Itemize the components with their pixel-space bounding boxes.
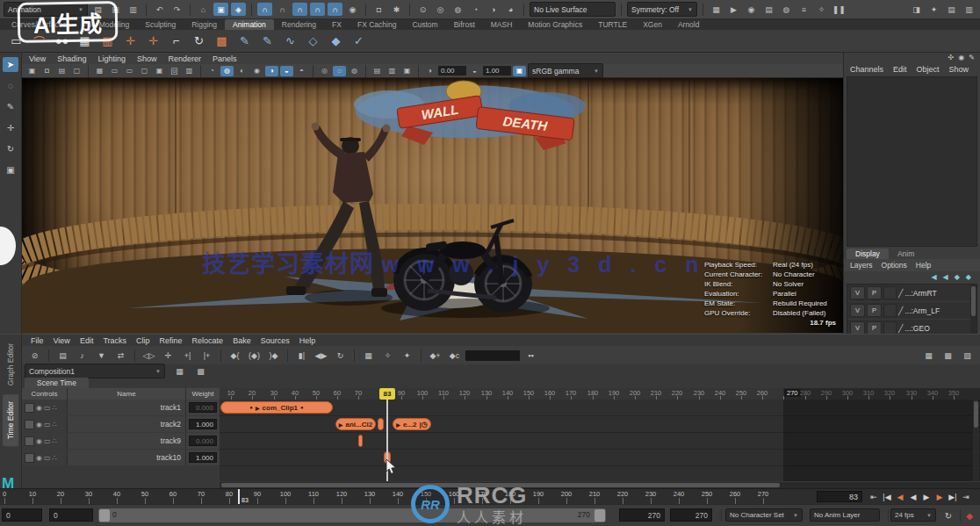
launch-icon[interactable]: ✧ xyxy=(814,3,829,16)
track-enable-checkbox[interactable] xyxy=(25,453,34,463)
bookmark-icon[interactable]: ▤ xyxy=(55,66,68,76)
view-transform-dropdown[interactable]: sRGB gamma▼ xyxy=(528,63,603,78)
ik-handle-icon[interactable]: ⌐ xyxy=(167,32,185,50)
grid-snap-icon[interactable]: ▦ xyxy=(920,349,937,363)
track-ghost-icon[interactable]: ∴ xyxy=(53,404,57,412)
time-editor-ruler[interactable]: 1020304050607090100110120130140150160170… xyxy=(220,388,980,400)
layer-playback-toggle[interactable]: P xyxy=(867,321,882,335)
track-enable-checkbox[interactable] xyxy=(25,420,34,429)
layer-list-vscrollbar[interactable] xyxy=(970,285,976,339)
set-breakdown-icon[interactable]: ✛ xyxy=(144,32,162,50)
layer-color-swatch[interactable] xyxy=(883,321,897,335)
viewport-menu-renderer[interactable]: Renderer xyxy=(168,54,201,63)
loop-playback-icon[interactable]: ↻ xyxy=(941,508,955,522)
shelf-tab-arnold[interactable]: Arnold xyxy=(670,19,708,30)
exposure-field[interactable]: 0.00 xyxy=(438,66,466,76)
layer-menu-options[interactable]: Options xyxy=(882,261,907,270)
track-ghost-icon[interactable]: ∴ xyxy=(53,437,57,445)
isolate-select-icon[interactable]: ◎ xyxy=(318,66,331,76)
ripple-edit-icon[interactable]: ◁▷ xyxy=(141,349,157,363)
shelf-tab-bifrost[interactable]: Bifrost xyxy=(446,19,483,30)
animation-clip[interactable]: ●▶com_Clip1● xyxy=(220,401,333,414)
time-editor-menu-bake[interactable]: Bake xyxy=(233,336,251,345)
camera-select-icon[interactable]: ▣ xyxy=(25,66,39,76)
auto-keyframe-icon[interactable]: ◆ xyxy=(962,508,976,522)
layer-visibility-toggle[interactable]: V xyxy=(850,304,865,317)
track-enable-checkbox[interactable] xyxy=(25,403,34,413)
layer-color-swatch[interactable] xyxy=(883,304,897,317)
channel-box-menu-edit[interactable]: Edit xyxy=(893,65,907,74)
create-clip-icon[interactable]: ▦ xyxy=(360,349,377,363)
undo-icon[interactable]: ↶ xyxy=(152,3,167,16)
channel-box-menu-show[interactable]: Show xyxy=(949,65,969,74)
new-layer-icon[interactable]: ◆ xyxy=(966,273,971,281)
track-weight-field[interactable]: 0.000 xyxy=(189,402,217,413)
shelf-tab-turtle[interactable]: TURTLE xyxy=(590,19,635,30)
empty-layer-icon[interactable]: ◆ xyxy=(955,273,960,281)
play-backwards-button[interactable]: ◀ xyxy=(907,490,919,503)
hypershade-icon[interactable]: ✦ xyxy=(926,3,941,16)
time-editor-menu-refine[interactable]: Refine xyxy=(160,336,183,345)
move-clip-icon[interactable]: ✛ xyxy=(160,349,177,363)
rotate-key-icon[interactable]: ↻ xyxy=(190,32,208,50)
time-editor-menu-tracks[interactable]: Tracks xyxy=(103,336,126,345)
new-composition-icon[interactable]: ▦ xyxy=(171,364,188,378)
wireframe-icon[interactable]: ◔ xyxy=(468,3,483,16)
viewport-menu-shading[interactable]: Shading xyxy=(57,54,86,63)
select-hierarchy-icon[interactable]: ⌂ xyxy=(196,3,211,16)
layer-playback-toggle[interactable]: P xyxy=(867,286,882,299)
move-layer-up-icon[interactable]: ◀ xyxy=(931,273,936,281)
symmetry-dropdown[interactable]: Symmetry: Off▼ xyxy=(627,2,697,17)
time-editor-timeline[interactable]: ●▶com_Clip1●●▶ani...Cl2●▶e...2|◷ xyxy=(220,400,980,481)
current-time-marker[interactable] xyxy=(238,489,240,505)
layer-tab-display[interactable]: Display xyxy=(847,249,889,259)
motion-blur-icon[interactable]: ◓ xyxy=(295,66,308,76)
safe-title-icon[interactable]: ▥ xyxy=(183,66,196,76)
composition-options-icon[interactable]: ▩ xyxy=(192,364,209,378)
track-weight-field[interactable]: 0.000 xyxy=(189,436,217,446)
composition-dropdown[interactable]: Composition1 ▼ xyxy=(25,364,165,378)
anim-snapshot-icon[interactable]: ◆ xyxy=(327,32,345,50)
layer-visibility-toggle[interactable]: V xyxy=(850,286,865,299)
shelf-tab-motion-graphics[interactable]: Motion Graphics xyxy=(520,19,590,30)
use-all-lights-icon[interactable]: ◉ xyxy=(250,66,263,76)
texture-icon[interactable]: ◑ xyxy=(486,3,501,16)
pencil-curve-icon[interactable]: ✎ xyxy=(235,32,254,50)
shaded-mode-icon[interactable]: ◍ xyxy=(220,66,234,76)
exposure-icon[interactable]: ◑ xyxy=(423,66,436,76)
current-frame-field[interactable]: 83 xyxy=(817,491,862,502)
cache-icon[interactable]: ◎ xyxy=(433,3,448,16)
go-to-start-button[interactable]: ⇤ xyxy=(868,490,880,503)
animation-clip[interactable]: ▶e...2|◷ xyxy=(393,418,431,430)
track-mute-icon[interactable]: ◉ xyxy=(36,454,42,462)
ghosting-icon[interactable]: ✓ xyxy=(349,32,368,50)
world-icon[interactable]: ◉ xyxy=(958,54,964,63)
clip-blob[interactable] xyxy=(358,435,363,447)
play-forwards-button[interactable]: ▶ xyxy=(920,490,933,503)
channel-box-menu-object[interactable]: Object xyxy=(917,65,940,74)
arc-tool-icon[interactable]: ∿ xyxy=(281,32,299,50)
evaluation-icon[interactable]: ◍ xyxy=(450,3,465,16)
step-back-frame-button[interactable]: |◀ xyxy=(881,490,893,503)
layer-row[interactable]: VP╱...:Arm_LF xyxy=(847,302,976,320)
textured-mode-icon[interactable]: ◐ xyxy=(235,66,249,76)
snap-point-icon[interactable]: ∩ xyxy=(292,3,307,16)
time-editor-menu-view[interactable]: View xyxy=(54,336,70,345)
xray-icon[interactable]: ◌ xyxy=(333,66,346,76)
lasso-tool-icon[interactable]: ◌ xyxy=(3,78,18,93)
snap-grid-icon[interactable]: ∩ xyxy=(257,3,272,16)
camera-lock-icon[interactable]: ◘ xyxy=(40,66,54,76)
viewport-menu-view[interactable]: View xyxy=(29,54,46,63)
remove-gap-icon[interactable]: |+ xyxy=(198,349,215,363)
pencil-icon[interactable]: ✎ xyxy=(969,54,975,63)
paint-select-tool-icon[interactable]: ✎ xyxy=(3,99,18,114)
viewport-menu-panels[interactable]: Panels xyxy=(213,54,237,63)
snapshot-icon[interactable]: ▤ xyxy=(371,66,384,76)
image-plane-icon[interactable]: ▢ xyxy=(70,66,83,76)
track-mute-icon[interactable]: ◉ xyxy=(36,437,42,445)
layer-menu-layers[interactable]: Layers xyxy=(850,261,873,270)
render-settings-icon[interactable]: ≡ xyxy=(796,3,811,16)
shelf-tab-rigging[interactable]: Rigging xyxy=(184,19,225,30)
move-layer-down-icon[interactable]: ◀ xyxy=(943,273,948,281)
track-solo-icon[interactable]: ▭ xyxy=(44,421,51,429)
